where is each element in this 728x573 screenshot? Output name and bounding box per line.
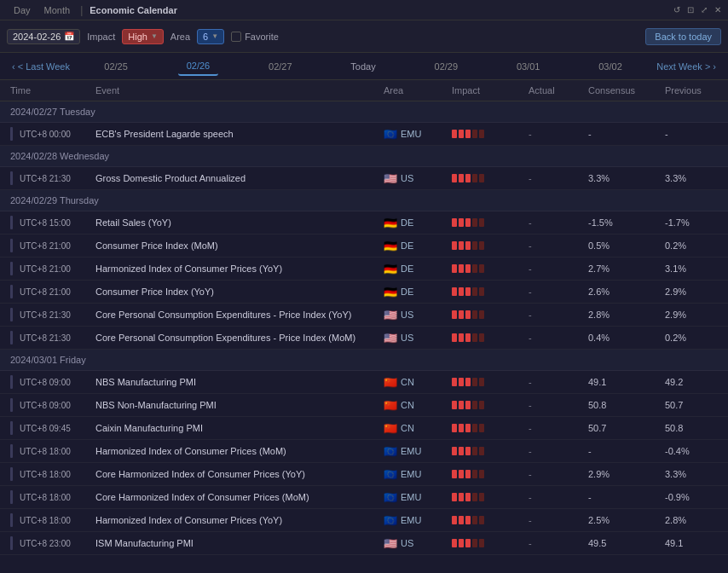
flag-icon: 🇩🇪 bbox=[384, 217, 397, 229]
bar-3 bbox=[465, 218, 471, 227]
consensus-cell: 2.6% bbox=[585, 286, 662, 297]
area-cell: 🇩🇪 DE bbox=[380, 217, 448, 229]
flag-icon: 🇪🇺 bbox=[384, 468, 397, 481]
favorite-checkbox-container[interactable]: Favorite bbox=[231, 32, 279, 42]
tab-day[interactable]: Day bbox=[7, 3, 38, 17]
bar-5 bbox=[479, 218, 484, 227]
bar-2 bbox=[459, 378, 464, 386]
area-cell: 🇨🇳 CN bbox=[380, 422, 448, 435]
impact-cell bbox=[448, 241, 525, 250]
prev-week-button[interactable]: ‹ < Last Week bbox=[7, 58, 75, 75]
bar-5 bbox=[479, 333, 484, 342]
bar-2 bbox=[459, 130, 464, 138]
area-cell: 🇪🇺 EMU bbox=[380, 445, 448, 458]
event-name-cell: Harmonized Index of Consumer Prices (MoM… bbox=[92, 446, 380, 456]
area-dropdown[interactable]: 6 ▼ bbox=[197, 29, 224, 44]
nav-date-Today[interactable]: Today bbox=[342, 58, 384, 75]
prev-week-label: < Last Week bbox=[18, 61, 70, 72]
row-indicator bbox=[10, 308, 13, 321]
events-table: 2024/02/27 Tuesday UTC+8 00:00 ECB's Pre… bbox=[0, 101, 728, 573]
refresh-icon[interactable]: ↺ bbox=[673, 5, 680, 14]
tab-month[interactable]: Month bbox=[38, 3, 78, 17]
bar-4 bbox=[472, 493, 477, 501]
table-row[interactable]: UTC+8 21:00 Consumer Price Index (YoY) 🇩… bbox=[0, 281, 728, 304]
actual-cell: - bbox=[525, 515, 585, 525]
consensus-cell: 0.5% bbox=[585, 240, 662, 251]
bar-4 bbox=[472, 539, 477, 547]
event-name-cell: Caixin Manufacturing PMI bbox=[92, 423, 380, 433]
bar-2 bbox=[459, 218, 464, 227]
bar-4 bbox=[472, 424, 477, 432]
table-row[interactable]: UTC+8 23:00 ISM Manufacturing PMI 🇺🇸 US … bbox=[0, 532, 728, 555]
consensus-cell: 3.3% bbox=[585, 173, 662, 183]
impact-cell bbox=[448, 130, 525, 138]
table-row[interactable]: UTC+8 18:00 Harmonized Index of Consumer… bbox=[0, 509, 728, 532]
bar-5 bbox=[479, 241, 484, 250]
nav-date-03-01[interactable]: 03/01 bbox=[508, 58, 549, 75]
bar-2 bbox=[459, 470, 464, 478]
nav-date-03-02[interactable]: 03/02 bbox=[590, 58, 631, 75]
section-header: 2024/02/27 Tuesday bbox=[0, 101, 728, 123]
bar-5 bbox=[479, 378, 484, 386]
impact-indicator bbox=[452, 447, 484, 455]
table-row[interactable]: UTC+8 21:00 Harmonized Index of Consumer… bbox=[0, 258, 728, 281]
nav-date-02-25[interactable]: 02/25 bbox=[95, 58, 136, 75]
bar-3 bbox=[465, 516, 471, 524]
bar-3 bbox=[465, 447, 471, 455]
impact-cell bbox=[448, 401, 525, 409]
expand-icon[interactable]: ⤢ bbox=[701, 5, 708, 14]
actual-cell: - bbox=[525, 492, 585, 502]
area-code: US bbox=[401, 538, 413, 548]
bar-1 bbox=[452, 333, 457, 342]
time-cell: UTC+8 21:30 bbox=[7, 171, 92, 185]
table-row[interactable]: UTC+8 21:30 Core Personal Consumption Ex… bbox=[0, 327, 728, 350]
impact-indicator bbox=[452, 378, 484, 386]
table-row[interactable]: UTC+8 15:00 Retail Sales (YoY) 🇩🇪 DE - -… bbox=[0, 211, 728, 234]
table-row[interactable]: UTC+8 18:00 Core Harmonized Index of Con… bbox=[0, 486, 728, 509]
row-indicator bbox=[10, 262, 13, 275]
time-cell: UTC+8 18:00 bbox=[7, 467, 92, 481]
nav-date-02-26[interactable]: 02/26 bbox=[178, 57, 219, 76]
actual-cell: - bbox=[525, 310, 585, 320]
favorite-checkbox[interactable] bbox=[231, 32, 241, 42]
area-cell: 🇨🇳 CN bbox=[380, 376, 448, 389]
bar-5 bbox=[479, 174, 484, 182]
calendar-icon: 📅 bbox=[64, 32, 74, 41]
layout-icon[interactable]: ⊡ bbox=[687, 5, 694, 14]
nav-date-02-27[interactable]: 02/27 bbox=[260, 58, 301, 75]
nav-date-02-29[interactable]: 02/29 bbox=[426, 58, 467, 75]
impact-dropdown[interactable]: High ▼ bbox=[122, 29, 164, 44]
back-to-today-button[interactable]: Back to today bbox=[645, 28, 721, 45]
bar-2 bbox=[459, 401, 464, 409]
impact-indicator bbox=[452, 539, 484, 547]
table-row[interactable]: UTC+8 18:00 Core Harmonized Index of Con… bbox=[0, 463, 728, 486]
event-name-cell: Core Personal Consumption Expenditures -… bbox=[92, 310, 380, 320]
table-row[interactable]: UTC+8 21:30 Gross Domestic Product Annua… bbox=[0, 167, 728, 190]
table-row[interactable]: UTC+8 09:45 Caixin Manufacturing PMI 🇨🇳 … bbox=[0, 417, 728, 440]
area-code: EMU bbox=[401, 515, 421, 525]
table-row[interactable]: UTC+8 21:00 Consumer Price Index (MoM) 🇩… bbox=[0, 234, 728, 258]
close-icon[interactable]: ✕ bbox=[714, 5, 721, 14]
date-picker[interactable]: 2024-02-26 📅 bbox=[7, 29, 80, 44]
area-cell: 🇩🇪 DE bbox=[380, 286, 448, 298]
bar-4 bbox=[472, 287, 477, 296]
impact-cell bbox=[448, 264, 525, 273]
area-cell: 🇺🇸 US bbox=[380, 172, 448, 185]
table-row[interactable]: UTC+8 09:00 NBS Non-Manufacturing PMI 🇨🇳… bbox=[0, 394, 728, 417]
row-indicator bbox=[10, 490, 13, 504]
table-row[interactable]: UTC+8 18:00 Harmonized Index of Consumer… bbox=[0, 440, 728, 463]
flag-icon: 🇪🇺 bbox=[384, 514, 397, 527]
bar-4 bbox=[472, 378, 477, 386]
bar-2 bbox=[459, 264, 464, 273]
table-row[interactable]: UTC+8 21:30 Core Personal Consumption Ex… bbox=[0, 304, 728, 327]
previous-cell: 0.2% bbox=[662, 333, 721, 343]
flag-icon: 🇩🇪 bbox=[384, 240, 397, 252]
flag-icon: 🇺🇸 bbox=[384, 537, 397, 550]
bar-4 bbox=[472, 447, 477, 455]
table-row[interactable]: UTC+8 00:00 ECB's President Lagarde spee… bbox=[0, 123, 728, 146]
event-name-cell: ECB's President Lagarde speech bbox=[92, 129, 380, 139]
area-code: EMU bbox=[401, 492, 421, 502]
next-week-button[interactable]: Next Week > › bbox=[651, 58, 721, 75]
area-code: US bbox=[401, 310, 413, 320]
table-row[interactable]: UTC+8 09:00 NBS Manufacturing PMI 🇨🇳 CN … bbox=[0, 371, 728, 394]
